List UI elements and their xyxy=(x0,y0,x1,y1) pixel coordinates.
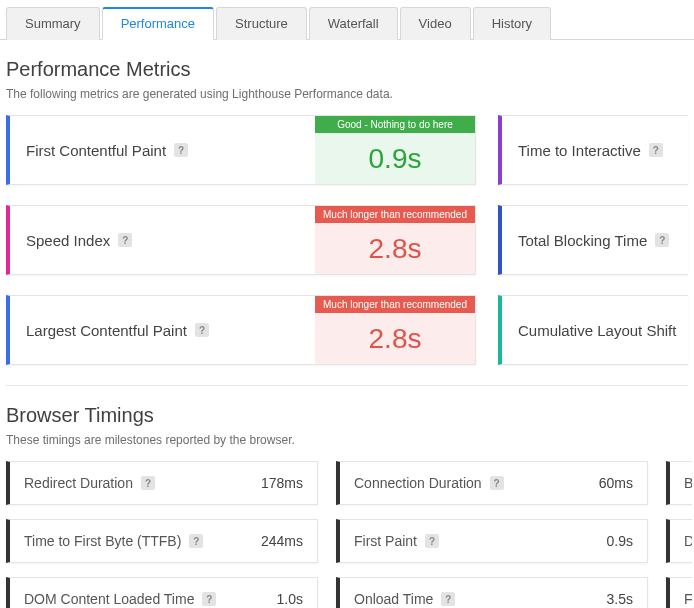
tab-history[interactable]: History xyxy=(473,7,551,40)
metric-value-fcp: Good - Nothing to do here 0.9s xyxy=(315,116,475,184)
timing-value: 1.0s xyxy=(267,591,303,607)
tab-bar: Summary Performance Structure Waterfall … xyxy=(0,0,694,40)
metric-label-lcp: Largest Contentful Paint xyxy=(26,322,187,339)
timing-label: Connection Duration xyxy=(354,475,482,491)
tab-summary[interactable]: Summary xyxy=(6,7,100,40)
tab-video[interactable]: Video xyxy=(400,7,471,40)
timing-card-connect[interactable]: Connection Duration ? 60ms xyxy=(336,461,648,505)
tab-performance[interactable]: Performance xyxy=(102,7,214,40)
timing-label: Time to First Byte (TTFB) xyxy=(24,533,181,549)
metric-card-cls[interactable]: Cumulative Layout Shift xyxy=(498,295,688,365)
metric-label-tti: Time to Interactive xyxy=(518,142,641,159)
timing-value: 178ms xyxy=(251,475,303,491)
metric-card-tti[interactable]: Time to Interactive ? xyxy=(498,115,688,185)
timing-label: Bac xyxy=(684,475,692,491)
timing-label: Fully xyxy=(684,591,692,607)
tab-waterfall[interactable]: Waterfall xyxy=(309,7,398,40)
metric-label-cls: Cumulative Layout Shift xyxy=(518,322,676,339)
timing-card-redirect[interactable]: Redirect Duration ? 178ms xyxy=(6,461,318,505)
help-icon[interactable]: ? xyxy=(174,143,188,157)
timing-label: DOM xyxy=(684,533,692,549)
help-icon[interactable]: ? xyxy=(141,476,155,490)
timing-card-onload[interactable]: Onload Time ? 3.5s xyxy=(336,577,648,608)
timing-card-backend[interactable]: Bac xyxy=(666,461,692,505)
help-icon[interactable]: ? xyxy=(195,323,209,337)
performance-metrics-title: Performance Metrics xyxy=(6,58,688,81)
timing-value: 244ms xyxy=(251,533,303,549)
tab-structure[interactable]: Structure xyxy=(216,7,307,40)
timing-value: 3.5s xyxy=(597,591,633,607)
timing-card-dom[interactable]: DOM xyxy=(666,519,692,563)
performance-metrics-section: Performance Metrics The following metric… xyxy=(0,40,694,365)
timing-card-fully[interactable]: Fully xyxy=(666,577,692,608)
metric-label-si: Speed Index xyxy=(26,232,110,249)
help-icon[interactable]: ? xyxy=(189,534,203,548)
timing-label: First Paint xyxy=(354,533,417,549)
metric-card-lcp[interactable]: Largest Contentful Paint ? Much longer t… xyxy=(6,295,476,365)
timing-value: 60ms xyxy=(589,475,633,491)
help-icon[interactable]: ? xyxy=(655,233,669,247)
status-banner-good: Good - Nothing to do here xyxy=(315,116,475,133)
help-icon[interactable]: ? xyxy=(118,233,132,247)
metric-value-si: Much longer than recommended 2.8s xyxy=(315,206,475,274)
timing-label: Redirect Duration xyxy=(24,475,133,491)
timing-label: Onload Time xyxy=(354,591,433,607)
help-icon[interactable]: ? xyxy=(441,592,455,606)
metric-card-si[interactable]: Speed Index ? Much longer than recommend… xyxy=(6,205,476,275)
timing-label: DOM Content Loaded Time xyxy=(24,591,194,607)
performance-metrics-subtitle: The following metrics are generated usin… xyxy=(6,87,688,101)
metric-label-fcp: First Contentful Paint xyxy=(26,142,166,159)
status-banner-bad: Much longer than recommended xyxy=(315,296,475,313)
timing-card-domloaded[interactable]: DOM Content Loaded Time ? 1.0s xyxy=(6,577,318,608)
timing-card-first-paint[interactable]: First Paint ? 0.9s xyxy=(336,519,648,563)
metric-label-tbt: Total Blocking Time xyxy=(518,232,647,249)
help-icon[interactable]: ? xyxy=(202,592,216,606)
timing-value: 0.9s xyxy=(597,533,633,549)
metric-card-tbt[interactable]: Total Blocking Time ? xyxy=(498,205,688,275)
browser-timings-section: Browser Timings These timings are milest… xyxy=(0,386,694,608)
help-icon[interactable]: ? xyxy=(649,143,663,157)
metric-card-fcp[interactable]: First Contentful Paint ? Good - Nothing … xyxy=(6,115,476,185)
browser-timings-title: Browser Timings xyxy=(6,404,688,427)
help-icon[interactable]: ? xyxy=(490,476,504,490)
timing-card-ttfb[interactable]: Time to First Byte (TTFB) ? 244ms xyxy=(6,519,318,563)
metric-value-lcp: Much longer than recommended 2.8s xyxy=(315,296,475,364)
help-icon[interactable]: ? xyxy=(425,534,439,548)
status-banner-bad: Much longer than recommended xyxy=(315,206,475,223)
browser-timings-subtitle: These timings are milestones reported by… xyxy=(6,433,688,447)
